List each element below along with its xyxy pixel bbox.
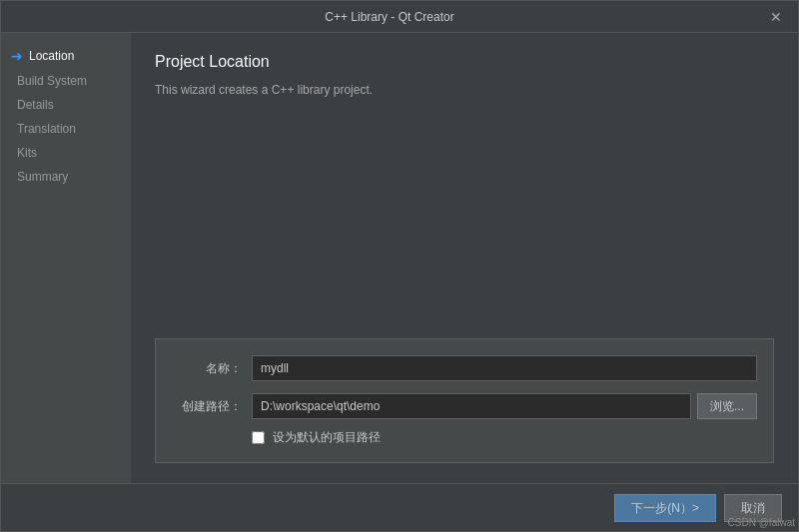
form-area: 名称： 创建路径： 浏览... 设为默认的项目路径 — [131, 107, 798, 483]
page-description: This wizard creates a C++ library projec… — [155, 83, 774, 97]
name-label: 名称： — [172, 360, 242, 377]
window-title: C++ Library - Qt Creator — [13, 10, 766, 24]
sidebar-label-location: Location — [29, 49, 74, 63]
path-input[interactable] — [252, 393, 691, 419]
sidebar-item-details[interactable]: Details — [1, 93, 131, 117]
close-button[interactable]: ✕ — [766, 8, 786, 26]
arrow-icon: ➔ — [11, 48, 23, 64]
page-title: Project Location — [155, 53, 774, 71]
sidebar-label-kits: Kits — [17, 146, 37, 160]
titlebar: C++ Library - Qt Creator ✕ — [1, 1, 798, 33]
next-button[interactable]: 下一步(N）> — [614, 494, 716, 522]
path-row: 创建路径： 浏览... — [172, 393, 757, 419]
sidebar-item-translation[interactable]: Translation — [1, 117, 131, 141]
watermark: CSDN @falwat — [728, 517, 795, 528]
main-header: Project Location This wizard creates a C… — [131, 33, 798, 107]
main-window: C++ Library - Qt Creator ✕ ➔ Location Bu… — [0, 0, 799, 532]
form-container: 名称： 创建路径： 浏览... 设为默认的项目路径 — [155, 338, 774, 463]
checkbox-label: 设为默认的项目路径 — [273, 429, 381, 446]
name-input[interactable] — [252, 355, 757, 381]
sidebar: ➔ Location Build System Details Translat… — [1, 33, 131, 483]
sidebar-item-build-system[interactable]: Build System — [1, 69, 131, 93]
sidebar-label-details: Details — [17, 98, 54, 112]
name-row: 名称： — [172, 355, 757, 381]
sidebar-label-summary: Summary — [17, 170, 68, 184]
browse-button[interactable]: 浏览... — [697, 393, 757, 419]
path-label: 创建路径： — [172, 398, 242, 415]
footer: 下一步(N）> 取消 — [1, 483, 798, 531]
content-area: ➔ Location Build System Details Translat… — [1, 33, 798, 483]
sidebar-label-translation: Translation — [17, 122, 76, 136]
sidebar-label-build-system: Build System — [17, 74, 87, 88]
default-path-checkbox[interactable] — [252, 431, 265, 444]
main-content: Project Location This wizard creates a C… — [131, 33, 798, 483]
sidebar-item-location[interactable]: ➔ Location — [1, 43, 131, 69]
sidebar-item-kits[interactable]: Kits — [1, 141, 131, 165]
checkbox-row: 设为默认的项目路径 — [172, 429, 757, 446]
sidebar-item-summary[interactable]: Summary — [1, 165, 131, 189]
